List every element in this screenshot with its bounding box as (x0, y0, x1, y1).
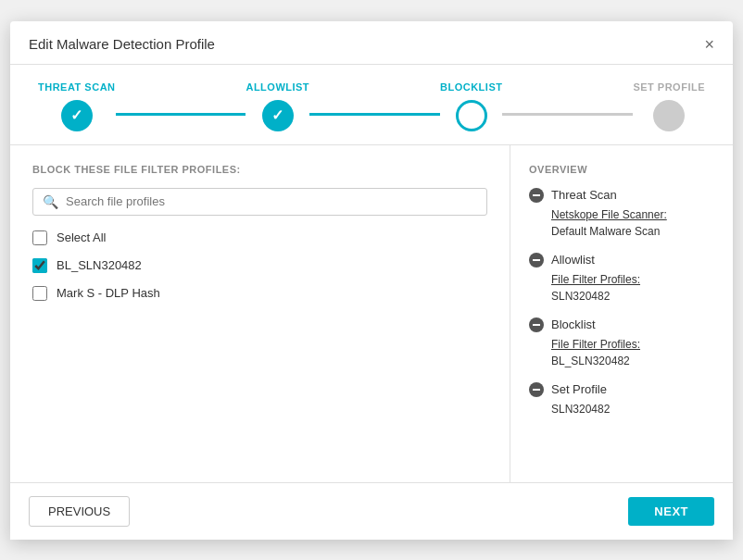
check-icon-threat-scan: ✓ (70, 106, 82, 124)
overview-set-profile-title: Set Profile (529, 382, 714, 397)
modal-title: Edit Malware Detection Profile (29, 36, 215, 52)
overview-set-profile: Set Profile SLN320482 (529, 382, 714, 417)
search-icon: 🔍 (43, 194, 58, 209)
step-label-threat-scan: THREAT SCAN (38, 81, 116, 93)
step-circle-set-profile (653, 100, 685, 131)
overview-allowlist-title: Allowlist (529, 253, 714, 268)
step-circle-allowlist: ✓ (262, 100, 294, 131)
step-allowlist: ALLOWLIST ✓ (246, 81, 309, 131)
search-box[interactable]: 🔍 (32, 188, 487, 216)
modal-footer: PREVIOUS NEXT (10, 482, 733, 540)
minus-icon-allowlist (529, 253, 544, 268)
line-1 (116, 113, 246, 131)
overview-allowlist-detail: File Filter Profiles: SLN320482 (529, 271, 714, 305)
step-circle-blocklist (456, 100, 487, 131)
line-2 (309, 113, 440, 131)
overview-threat-scan-detail: Netskope File Scanner: Default Malware S… (529, 206, 714, 240)
overview-set-profile-detail: SLN320482 (529, 401, 714, 417)
step-label-set-profile: SET PROFILE (633, 81, 705, 93)
checkbox-select-all-label: Select All (57, 230, 106, 244)
modal-header: Edit Malware Detection Profile × (10, 21, 733, 65)
next-button[interactable]: NEXT (628, 497, 714, 526)
search-input[interactable] (66, 194, 477, 208)
minus-icon-threat-scan (529, 188, 544, 203)
close-button[interactable]: × (704, 36, 714, 53)
checkbox-select-all: Select All (32, 230, 487, 245)
step-blocklist: BLOCKLIST (440, 81, 502, 131)
checkbox-mark-s-label: Mark S - DLP Hash (57, 286, 160, 300)
line-3 (502, 113, 633, 131)
checkbox-select-all-input[interactable] (32, 230, 47, 245)
left-section-label: BLOCK THESE FILE FILTER PROFILES: (32, 164, 487, 175)
modal: Edit Malware Detection Profile × THREAT … (10, 21, 733, 540)
minus-icon-blocklist (529, 317, 544, 332)
overview-threat-scan-title: Threat Scan (529, 188, 714, 203)
checkbox-bl-sln320482-label: BL_SLN320482 (57, 258, 142, 272)
previous-button[interactable]: PREVIOUS (29, 496, 130, 527)
overview-blocklist-detail: File Filter Profiles: BL_SLN320482 (529, 336, 714, 369)
step-set-profile: SET PROFILE (633, 81, 705, 131)
checkbox-bl-sln320482: BL_SLN320482 (32, 258, 487, 273)
left-panel: BLOCK THESE FILE FILTER PROFILES: 🔍 Sele… (10, 145, 510, 482)
checkbox-bl-sln320482-input[interactable] (32, 258, 47, 273)
overview-threat-scan: Threat Scan Netskope File Scanner: Defau… (529, 188, 714, 240)
stepper: THREAT SCAN ✓ ALLOWLIST ✓ BLOCKLIST (10, 65, 733, 145)
checkbox-mark-s-input[interactable] (32, 286, 47, 301)
overview-blocklist-title: Blocklist (529, 317, 714, 332)
step-threat-scan: THREAT SCAN ✓ (38, 81, 116, 131)
right-panel: OVERVIEW Threat Scan Netskope File Scann… (510, 145, 733, 482)
step-label-blocklist: BLOCKLIST (440, 81, 502, 93)
checkbox-mark-s: Mark S - DLP Hash (32, 286, 487, 301)
step-circle-threat-scan: ✓ (61, 100, 93, 131)
minus-icon-set-profile (529, 382, 544, 397)
step-label-allowlist: ALLOWLIST (246, 81, 309, 93)
overview-blocklist: Blocklist File Filter Profiles: BL_SLN32… (529, 317, 714, 369)
check-icon-allowlist: ✓ (271, 106, 283, 124)
overview-allowlist: Allowlist File Filter Profiles: SLN32048… (529, 253, 714, 305)
modal-body: BLOCK THESE FILE FILTER PROFILES: 🔍 Sele… (10, 145, 733, 482)
overview-label: OVERVIEW (529, 164, 714, 175)
